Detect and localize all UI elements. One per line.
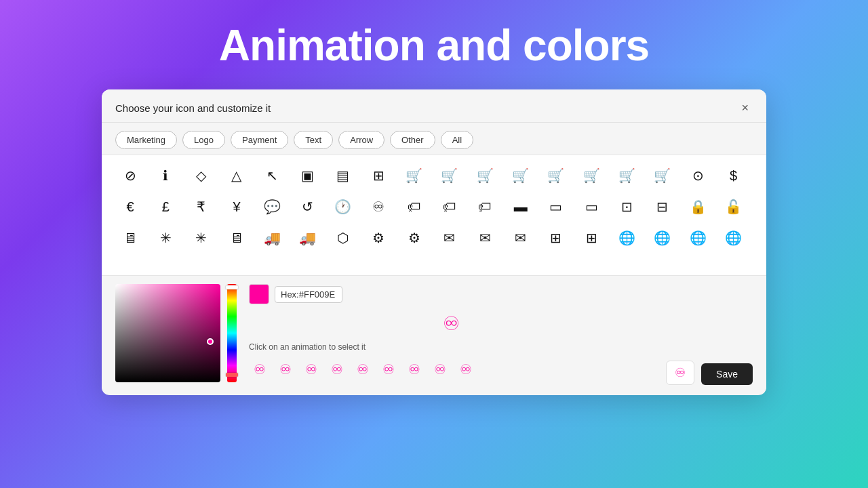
icon-cell[interactable]: ▭ [541, 192, 571, 222]
anim-icon-6[interactable]: ♾ [378, 359, 399, 380]
color-spectrum[interactable] [227, 284, 237, 382]
tab-marketing[interactable]: Marketing [115, 131, 177, 149]
page-title: Animation and colors [219, 20, 649, 70]
icon-cell[interactable]: 🚚 [257, 223, 287, 253]
icon-cell[interactable]: ◇ [186, 161, 216, 190]
color-gradient[interactable] [115, 284, 220, 382]
icon-cell[interactable]: 🖥 [222, 223, 252, 253]
tab-text[interactable]: Text [294, 131, 333, 149]
close-button[interactable]: × [737, 100, 753, 115]
icon-cell[interactable]: ▣ [293, 161, 323, 190]
tab-arrow[interactable]: Arrow [338, 131, 384, 149]
icon-cell[interactable]: 🖥 [115, 223, 145, 253]
tab-logo[interactable]: Logo [182, 131, 225, 149]
click-hint: Click on an animation to select it [249, 342, 654, 352]
spectrum-thumb-top [226, 285, 238, 289]
icon-cell[interactable]: 🏷 [435, 192, 465, 222]
dialog: Choose your icon and customize it × Mark… [102, 89, 766, 395]
icon-cell[interactable]: ⚙ [399, 223, 429, 253]
icon-cell[interactable]: 🛒 [648, 161, 677, 190]
icon-cell[interactable]: ⚙ [363, 223, 393, 253]
icon-cell[interactable]: ℹ [151, 161, 180, 190]
icon-cell[interactable]: ↖ [257, 161, 287, 190]
animation-grid: ♾ ♾ ♾ ♾ ♾ ♾ ♾ ♾ ♾ [249, 359, 654, 380]
tab-all[interactable]: All [441, 131, 473, 149]
icon-cell[interactable]: 🏷 [470, 192, 500, 222]
icon-cell[interactable]: ♾ [363, 192, 393, 222]
icon-cell[interactable]: 🏷 [399, 192, 429, 222]
icon-cell[interactable]: ▭ [576, 192, 606, 222]
icon-cell[interactable]: ⊞ [576, 223, 606, 253]
icon-cell[interactable]: ⊞ [541, 223, 571, 253]
icon-cell[interactable]: 🛒 [399, 161, 429, 190]
icon-cell[interactable]: £ [151, 192, 180, 222]
icon-cell[interactable]: 🛒 [576, 161, 606, 190]
icon-cell[interactable]: 🌐 [648, 223, 677, 253]
icon-cell[interactable]: △ [222, 161, 252, 190]
icons-area[interactable]: ⊘ ℹ ◇ △ ↖ ▣ ▤ ⊞ 🛒 🛒 🛒 🛒 🛒 🛒 🛒 🛒 ⊙ $ € [102, 155, 766, 276]
icon-cell[interactable]: ✳ [151, 223, 180, 253]
icon-cell[interactable]: ⬡ [328, 223, 358, 253]
icon-cell[interactable]: 🌐 [612, 223, 642, 253]
bottom-panel: ♾ Click on an animation to select it ♾ ♾… [102, 276, 766, 394]
icon-cell[interactable]: 🛒 [541, 161, 571, 190]
icon-cell[interactable]: ✉ [470, 223, 500, 253]
hex-input[interactable] [275, 286, 342, 303]
icon-cell[interactable]: 🕐 [328, 192, 358, 222]
icon-cell[interactable]: 🔓 [719, 192, 749, 222]
icon-cell[interactable]: $ [719, 161, 749, 190]
anim-icon-1[interactable]: ♾ [249, 359, 271, 380]
icon-cell[interactable]: ¥ [222, 192, 252, 222]
anim-icon-5[interactable]: ♾ [352, 359, 374, 380]
hex-row [249, 284, 654, 304]
icon-cell[interactable]: ⊟ [648, 192, 677, 222]
icon-cell[interactable]: 🌐 [683, 223, 713, 253]
icon-cell[interactable]: 🔒 [683, 192, 713, 222]
icon-cell[interactable]: ₹ [186, 192, 216, 222]
color-picker-cursor [207, 338, 214, 345]
icon-cell[interactable]: ⊘ [115, 161, 145, 190]
icon-cell[interactable]: ▬ [506, 192, 536, 222]
preview-button[interactable]: ♾ [666, 361, 694, 385]
anim-icon-9[interactable]: ♾ [455, 359, 477, 380]
preview-icon: ♾ [249, 310, 654, 337]
icon-cell[interactable]: 🛒 [506, 161, 536, 190]
bottom-right-actions: ♾ Save [666, 361, 753, 385]
icon-cell[interactable]: 💬 [257, 192, 287, 222]
tab-payment[interactable]: Payment [231, 131, 288, 149]
icon-cell[interactable]: 🛒 [435, 161, 465, 190]
icon-cell[interactable]: ⊞ [363, 161, 393, 190]
tabs-row: Marketing Logo Payment Text Arrow Other … [102, 123, 766, 155]
dialog-body: Marketing Logo Payment Text Arrow Other … [102, 123, 766, 394]
icon-cell[interactable]: ↺ [293, 192, 323, 222]
icon-cell[interactable]: 🌐 [719, 223, 749, 253]
icon-cell[interactable]: € [115, 192, 145, 222]
icon-cell[interactable]: ✉ [435, 223, 465, 253]
icon-grid: ⊘ ℹ ◇ △ ↖ ▣ ▤ ⊞ 🛒 🛒 🛒 🛒 🛒 🛒 🛒 🛒 ⊙ $ € [115, 161, 753, 253]
icon-cell[interactable]: ⊙ [683, 161, 713, 190]
anim-icon-8[interactable]: ♾ [429, 359, 451, 380]
spectrum-thumb-bottom [226, 373, 238, 377]
anim-icon-7[interactable]: ♾ [403, 359, 425, 380]
icon-cell[interactable]: 🛒 [470, 161, 500, 190]
anim-icon-3[interactable]: ♾ [300, 359, 322, 380]
icon-cell[interactable]: ✉ [506, 223, 536, 253]
color-picker-area [115, 284, 237, 385]
tab-other[interactable]: Other [390, 131, 435, 149]
save-button[interactable]: Save [701, 363, 753, 385]
color-swatch [249, 284, 269, 304]
icon-cell[interactable]: ⊡ [612, 192, 642, 222]
anim-icon-4[interactable]: ♾ [326, 359, 348, 380]
icon-cell[interactable]: 🚚 [293, 223, 323, 253]
anim-icon-2[interactable]: ♾ [275, 359, 296, 380]
dialog-header: Choose your icon and customize it × [102, 89, 766, 123]
icon-cell[interactable]: 🛒 [612, 161, 642, 190]
right-controls: ♾ Click on an animation to select it ♾ ♾… [249, 284, 654, 385]
icon-cell[interactable]: ✳ [186, 223, 216, 253]
dialog-title: Choose your icon and customize it [115, 102, 271, 114]
icon-cell[interactable]: ▤ [328, 161, 358, 190]
